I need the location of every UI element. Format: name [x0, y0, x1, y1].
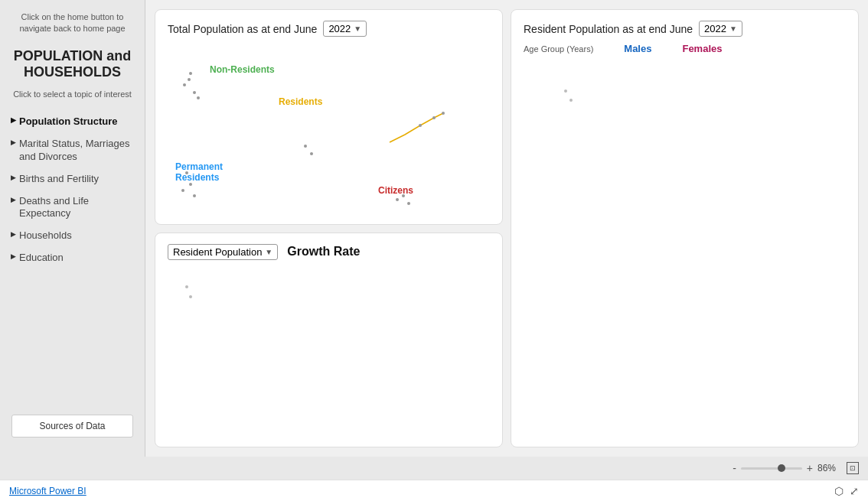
sidebar-item-label: Deaths and Life Expectancy [19, 195, 137, 221]
share-icon[interactable]: ⬡ [834, 485, 844, 497]
total-population-card: Total Population as at end June 2022 ▼ [155, 9, 503, 225]
sidebar-item-marital-status[interactable]: ▶ Marital Status, Marriages and Divorces [0, 133, 145, 168]
svg-point-0 [189, 72, 192, 75]
expand-icon[interactable]: ⤢ [850, 485, 859, 497]
growth-rate-dropdown-label: Resident Population [173, 246, 262, 258]
zoom-plus-button[interactable]: + [807, 462, 813, 474]
arrow-icon: ▶ [11, 252, 16, 262]
svg-point-9 [304, 145, 307, 148]
arrow-icon: ▶ [11, 138, 16, 148]
sidebar-item-label: Population Structure [19, 115, 137, 129]
females-label: Females [682, 43, 722, 54]
total-population-year: 2022 [328, 23, 351, 34]
sidebar-title: POPULATION and HOUSEHOLDS [0, 44, 145, 85]
resident-population-year: 2022 [704, 23, 726, 34]
resident-population-viz [524, 60, 846, 389]
svg-point-7 [181, 189, 184, 192]
svg-point-13 [419, 124, 422, 127]
svg-point-19 [564, 89, 567, 93]
growth-rate-title: Growth Rate [287, 245, 360, 259]
svg-point-15 [407, 202, 410, 205]
permanent-residents-label: PermanentResidents [175, 161, 223, 183]
residents-label: Residents [279, 96, 322, 107]
growth-rate-viz [168, 260, 490, 375]
resident-population-year-dropdown[interactable]: 2022 ▼ [699, 21, 742, 37]
resident-population-legend: Age Group (Years) Males Females [524, 43, 846, 54]
chevron-down-icon: ▼ [354, 24, 361, 33]
arrow-icon: ▶ [11, 174, 16, 183]
sidebar-item-label: Education [19, 252, 137, 265]
sidebar-item-education[interactable]: ▶ Education [0, 247, 145, 269]
sidebar-footer: Sources of Data [0, 407, 145, 449]
non-residents-label: Non-Residents [210, 64, 275, 75]
svg-point-16 [396, 198, 399, 201]
zoom-slider-thumb [778, 464, 785, 472]
footer-icons: ⬡ ⤢ [834, 485, 859, 497]
resident-population-header: Resident Population as at end June 2022 … [524, 21, 846, 37]
sidebar-header-text: Click on the home button to navigate bac… [0, 8, 145, 44]
svg-point-11 [442, 112, 445, 115]
total-population-header: Total Population as at end June 2022 ▼ [168, 21, 490, 37]
males-label: Males [624, 43, 651, 54]
svg-point-8 [193, 194, 196, 197]
chevron-down-icon: ▼ [265, 248, 272, 256]
svg-point-17 [185, 285, 188, 288]
bottom-bar: - + 86% ⊡ [0, 457, 868, 480]
arrow-icon: ▶ [11, 116, 16, 125]
svg-point-3 [188, 78, 191, 81]
resident-population-svg [524, 60, 846, 389]
svg-point-6 [189, 183, 192, 186]
sidebar-item-households[interactable]: ▶ Households [0, 225, 145, 247]
svg-point-1 [183, 83, 186, 86]
growth-rate-header: Resident Population ▼ Growth Rate [168, 244, 490, 260]
powerbi-footer: Microsoft Power BI ⬡ ⤢ [0, 480, 868, 501]
growth-rate-card: Resident Population ▼ Growth Rate [155, 233, 503, 448]
arrow-icon: ▶ [11, 230, 16, 239]
sidebar-item-label: Marital Status, Marriages and Divorces [19, 138, 137, 164]
fit-page-icon[interactable]: ⊡ [847, 462, 859, 474]
total-population-title: Total Population as at end June [168, 23, 317, 35]
sidebar-item-population-structure[interactable]: ▶ Population Structure [0, 111, 145, 133]
citizens-label: Citizens [378, 185, 413, 196]
svg-point-20 [569, 99, 573, 102]
sidebar-nav: ▶ Population Structure ▶ Marital Status,… [0, 108, 145, 407]
age-group-label: Age Group (Years) [524, 44, 593, 54]
resident-population-title: Resident Population as at end June [524, 23, 693, 35]
sidebar-subtitle: Click to select a topic of interest [0, 85, 145, 108]
zoom-percent: 86% [817, 463, 842, 473]
total-population-year-dropdown[interactable]: 2022 ▼ [323, 21, 367, 37]
chevron-down-icon: ▼ [729, 24, 737, 33]
growth-rate-dropdown[interactable]: Resident Population ▼ [168, 244, 278, 260]
svg-point-4 [197, 96, 200, 99]
arrow-icon: ▶ [11, 196, 16, 205]
sidebar-item-deaths-life-expectancy[interactable]: ▶ Deaths and Life Expectancy [0, 190, 145, 226]
zoom-controls: - + 86% ⊡ [733, 462, 859, 474]
sources-button[interactable]: Sources of Data [11, 415, 133, 438]
content-area: Total Population as at end June 2022 ▼ [145, 0, 868, 457]
growth-rate-svg [168, 260, 490, 375]
sidebar-item-label: Households [19, 229, 137, 242]
powerbi-link[interactable]: Microsoft Power BI [9, 486, 86, 496]
sidebar-item-label: Births and Fertility [19, 173, 137, 186]
total-population-viz: Non-Residents Residents PermanentResiden… [168, 43, 490, 225]
zoom-slider[interactable] [741, 467, 802, 470]
sidebar-item-births-fertility[interactable]: ▶ Births and Fertility [0, 168, 145, 190]
svg-point-12 [432, 116, 436, 119]
svg-point-2 [193, 91, 196, 94]
svg-point-18 [189, 295, 192, 298]
resident-population-card: Resident Population as at end June 2022 … [511, 9, 859, 447]
sidebar: Click on the home button to navigate bac… [0, 0, 145, 457]
zoom-minus-button[interactable]: - [733, 462, 736, 474]
svg-point-10 [310, 152, 313, 155]
